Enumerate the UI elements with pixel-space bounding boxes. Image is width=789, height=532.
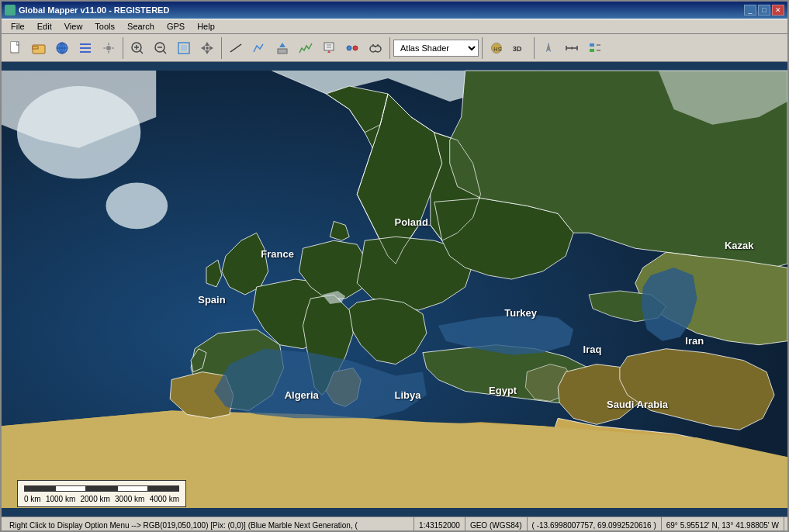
minimize-button[interactable]: _ — [744, 5, 756, 16]
scale-2000: 2000 km — [80, 495, 109, 503]
app-icon — [5, 5, 16, 16]
maximize-button[interactable]: □ — [758, 5, 770, 16]
separator-3 — [389, 37, 390, 59]
menu-tools[interactable]: Tools — [88, 20, 121, 33]
menu-bar: File Edit View Tools Search GPS Help — [2, 19, 787, 34]
svg-point-25 — [206, 47, 209, 50]
menu-search[interactable]: Search — [121, 20, 161, 33]
svg-point-35 — [353, 46, 358, 50]
menu-edit[interactable]: Edit — [31, 20, 58, 33]
svg-point-11 — [106, 46, 111, 50]
zoom-extent-button[interactable] — [173, 37, 195, 59]
svg-rect-9 — [80, 47, 91, 49]
new-button[interactable] — [5, 37, 26, 59]
svg-marker-23 — [201, 46, 205, 50]
svg-marker-22 — [205, 50, 209, 54]
scale-4000: 4000 km — [150, 495, 179, 503]
title-label: Global Mapper v11.00 - REGISTERED — [19, 5, 169, 15]
status-projection: GEO (WGS84) — [465, 517, 528, 532]
status-bar: Right Click to Display Option Menu --> R… — [2, 516, 787, 532]
svg-line-17 — [163, 50, 166, 54]
pan-button[interactable] — [196, 37, 218, 59]
separator-4 — [482, 37, 483, 59]
hillshade-button[interactable]: HS — [486, 37, 507, 59]
map-area[interactable]: France Spain Poland Turkey Iraq Iran Alg… — [2, 62, 787, 516]
svg-text:3D: 3D — [513, 44, 522, 52]
menu-gps[interactable]: GPS — [161, 20, 191, 33]
close-button[interactable]: ✕ — [772, 5, 784, 16]
svg-marker-24 — [209, 46, 213, 50]
svg-rect-3 — [33, 47, 38, 49]
legend-button[interactable] — [584, 37, 606, 59]
separator-2 — [221, 37, 222, 59]
menu-help[interactable]: Help — [191, 20, 221, 33]
status-message: Right Click to Display Option Menu --> R… — [5, 517, 414, 532]
shader-select[interactable]: Atlas Shader Global Shader Slope Shader — [393, 40, 479, 57]
scale-3000: 3000 km — [115, 495, 144, 503]
status-scale: 1:43152000 — [414, 517, 465, 532]
svg-rect-20 — [181, 45, 187, 51]
svg-line-13 — [140, 50, 143, 54]
export-button[interactable] — [318, 37, 340, 59]
measure-button[interactable] — [225, 37, 247, 59]
open-button[interactable] — [28, 37, 50, 59]
svg-marker-21 — [205, 42, 209, 46]
status-gps: 69° 5.95512' N, 13° 41.98805' W — [662, 517, 784, 532]
svg-rect-38 — [374, 47, 377, 50]
scale-1000: 1000 km — [46, 495, 75, 503]
svg-text:HS: HS — [493, 45, 501, 52]
svg-marker-29 — [279, 43, 285, 47]
svg-rect-54 — [590, 49, 594, 52]
edit-overlay-button[interactable] — [341, 37, 363, 59]
svg-rect-30 — [324, 43, 334, 50]
svg-rect-52 — [590, 43, 594, 47]
draw-button[interactable] — [248, 37, 270, 59]
zoom-out-button[interactable] — [150, 37, 171, 59]
title-bar: Global Mapper v11.00 - REGISTERED _ □ ✕ — [2, 2, 787, 19]
svg-rect-10 — [80, 51, 91, 53]
svg-rect-28 — [278, 49, 287, 54]
svg-point-34 — [347, 46, 351, 50]
scale-0: 0 km — [24, 495, 41, 503]
svg-rect-1 — [11, 42, 16, 51]
scale-button[interactable] — [561, 37, 583, 59]
map-svg — [2, 62, 787, 516]
3d-button[interactable]: 3D — [509, 37, 531, 59]
layers-button[interactable] — [74, 37, 96, 59]
menu-file[interactable]: File — [5, 20, 31, 33]
binoculars-button[interactable] — [365, 37, 386, 59]
separator-5 — [534, 37, 535, 59]
north-arrow-button[interactable] — [538, 37, 559, 59]
status-coordinates: ( -13.6998007757, 69.0992520616 ) — [528, 517, 662, 532]
toolbar: Atlas Shader Global Shader Slope Shader … — [2, 34, 787, 62]
svg-marker-47 — [546, 43, 551, 52]
svg-rect-8 — [80, 43, 91, 45]
globe-button[interactable] — [51, 37, 73, 59]
menu-view[interactable]: View — [58, 20, 89, 33]
scale-bar: 0 km 1000 km 2000 km 3000 km 4000 km — [17, 480, 186, 507]
zoom-in-button[interactable] — [126, 37, 148, 59]
path-profile-button[interactable] — [295, 37, 317, 59]
window-controls: _ □ ✕ — [744, 5, 784, 16]
svg-point-59 — [106, 183, 168, 230]
title-text: Global Mapper v11.00 - REGISTERED — [5, 5, 169, 16]
settings-button[interactable] — [98, 37, 119, 59]
load-button[interactable] — [272, 37, 293, 59]
separator-1 — [123, 37, 123, 59]
